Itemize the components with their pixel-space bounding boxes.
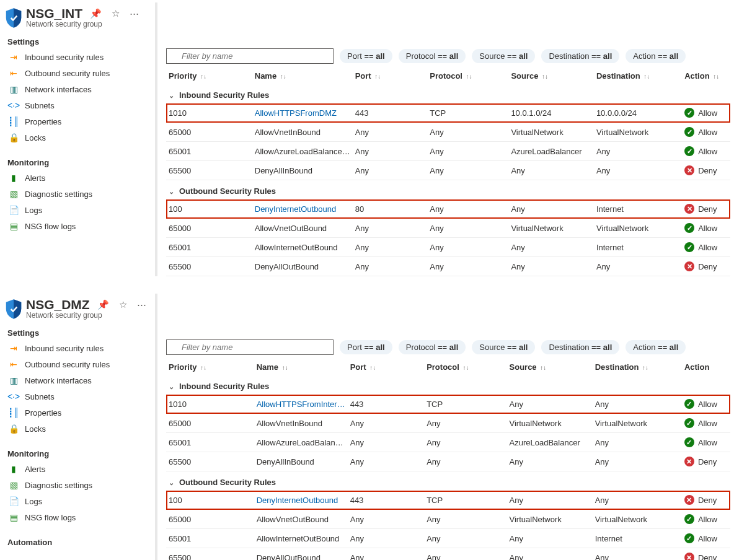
table-row[interactable]: 65500 DenyAllOutBound Any Any Any Any ✕D… — [166, 257, 730, 276]
page-subtitle: Network security group — [26, 311, 149, 320]
sidebar-item-flow[interactable]: ▤NSG flow logs — [4, 218, 153, 234]
table-row[interactable]: 1010 AllowHTTPSFromInter… 443 TCP Any An… — [166, 395, 730, 414]
sidebar-item-logs[interactable]: 📄Logs — [4, 493, 153, 509]
sidebar-item-flow[interactable]: ▤NSG flow logs — [4, 509, 153, 525]
search-input[interactable] — [166, 339, 334, 355]
filter-pill-act[interactable]: Action == all — [626, 49, 686, 63]
star-icon[interactable]: ☆ — [109, 7, 122, 20]
col-port[interactable]: Port ↑↓ — [348, 357, 424, 375]
table-row[interactable]: 65000 AllowVnetInBound Any Any VirtualNe… — [166, 123, 730, 142]
sidebar-item-outbound[interactable]: ⇤Outbound security rules — [4, 65, 153, 81]
col-action[interactable]: Action ↑↓ — [682, 66, 730, 84]
cell-port: 443 — [348, 491, 424, 510]
sidebar-item-outbound[interactable]: ⇤Outbound security rules — [4, 356, 153, 372]
chevron-down-icon: ⌄ — [169, 92, 174, 100]
filter-pill-port[interactable]: Port == all — [340, 49, 392, 63]
table-row[interactable]: 65001 AllowAzureLoadBalance… Any Any Azu… — [166, 142, 730, 161]
group-row[interactable]: ⌄Outbound Security Rules — [166, 471, 730, 491]
sidebar-item-properties[interactable]: ┋║Properties — [4, 113, 153, 129]
more-icon[interactable]: ⋯ — [127, 7, 141, 20]
sidebar-item-nic[interactable]: ▥Network interfaces — [4, 81, 153, 97]
group-row[interactable]: ⌄Outbound Security Rules — [166, 180, 730, 200]
nsg-panel: NSG_DMZ 📌 ☆ ⋯ Network security group Set… — [4, 294, 730, 560]
star-icon[interactable]: ☆ — [117, 298, 130, 312]
col-name[interactable]: Name ↑↓ — [254, 357, 348, 375]
col-priority[interactable]: Priority ↑↓ — [166, 66, 252, 84]
cell-protocol: Any — [424, 529, 506, 548]
filter-pill-dest[interactable]: Destination == all — [541, 49, 619, 63]
nav-icon: ▮ — [9, 464, 19, 474]
sort-icon: ↑↓ — [373, 73, 381, 80]
allow-icon: ✓ — [684, 418, 694, 428]
nav-icon: ▥ — [9, 375, 19, 385]
filter-pill-proto[interactable]: Protocol == all — [399, 340, 466, 354]
col-destination[interactable]: Destination ↑↓ — [593, 357, 682, 375]
table-row[interactable]: 65500 DenyAllInBound Any Any Any Any ✕De… — [166, 452, 730, 471]
sidebar-item-inbound[interactable]: ⇥Inbound security rules — [4, 340, 153, 356]
sidebar-item-diag[interactable]: ▧Diagnostic settings — [4, 186, 153, 202]
cell-priority: 65500 — [166, 161, 252, 180]
section-settings: Settings — [4, 31, 153, 49]
cell-name: AllowVnetOutBound — [252, 219, 353, 238]
sidebar-item-logs[interactable]: 📄Logs — [4, 202, 153, 218]
filter-pill-dest[interactable]: Destination == all — [541, 340, 619, 354]
pin-icon[interactable]: 📌 — [95, 298, 112, 312]
col-port[interactable]: Port ↑↓ — [353, 66, 428, 84]
nav-icon: ▤ — [9, 221, 19, 231]
col-action[interactable]: Action — [682, 357, 730, 375]
table-row[interactable]: 1010 AllowHTTPSFromDMZ 443 TCP 10.0.1.0/… — [166, 103, 730, 123]
pin-icon[interactable]: 📌 — [87, 7, 104, 20]
nav-icon: ▧ — [9, 189, 19, 199]
col-source[interactable]: Source ↑↓ — [508, 66, 594, 84]
table-row[interactable]: 100 DenyInternetOutbound 80 Any Any Inte… — [166, 199, 730, 219]
table-row[interactable]: 100 DenyInternetOutbound 443 TCP Any Any… — [166, 491, 730, 510]
sidebar-item-diag[interactable]: ▧Diagnostic settings — [4, 477, 153, 493]
sidebar-item-nic[interactable]: ▥Network interfaces — [4, 372, 153, 388]
col-name[interactable]: Name ↑↓ — [252, 66, 353, 84]
filter-pill-port[interactable]: Port == all — [340, 340, 392, 354]
rule-link[interactable]: DenyInternetOutbound — [255, 204, 337, 214]
col-source[interactable]: Source ↑↓ — [507, 357, 593, 375]
table-row[interactable]: 65001 AllowAzureLoadBalan… Any Any Azure… — [166, 433, 730, 452]
cell-source: 10.0.1.0/24 — [508, 103, 594, 123]
sidebar-item-subnets[interactable]: <·>Subnets — [4, 388, 153, 405]
group-row[interactable]: ⌄Inbound Security Rules — [166, 375, 730, 395]
rule-link[interactable]: AllowHTTPSFromDMZ — [255, 108, 337, 118]
table-row[interactable]: 65000 AllowVnetOutBound Any Any VirtualN… — [166, 219, 730, 238]
rule-link[interactable]: DenyInternetOutbound — [257, 496, 338, 505]
table-row[interactable]: 65000 AllowVnetOutBound Any Any VirtualN… — [166, 510, 730, 529]
table-row[interactable]: 65500 DenyAllInBound Any Any Any Any ✕De… — [166, 161, 730, 180]
nav-icon: 🔒 — [9, 133, 19, 142]
cell-source: VirtualNetwork — [507, 414, 593, 433]
table-row[interactable]: 65001 AllowInternetOutBound Any Any Any … — [166, 529, 730, 548]
filter-pill-act[interactable]: Action == all — [626, 340, 686, 354]
more-icon[interactable]: ⋯ — [135, 298, 149, 312]
nav-label: Alerts — [25, 173, 45, 183]
sidebar-item-properties[interactable]: ┋║Properties — [4, 405, 153, 421]
cell-name: AllowInternetOutBound — [252, 238, 353, 257]
table-row[interactable]: 65000 AllowVnetInBound Any Any VirtualNe… — [166, 414, 730, 433]
sidebar-item-alerts[interactable]: ▮Alerts — [4, 170, 153, 186]
table-row[interactable]: 65500 DenyAllOutBound Any Any Any Any ✕D… — [166, 548, 730, 561]
rule-link[interactable]: AllowHTTPSFromInter… — [257, 400, 345, 409]
col-priority[interactable]: Priority ↑↓ — [166, 357, 254, 375]
filter-pill-proto[interactable]: Protocol == all — [399, 49, 466, 63]
nav-label: Outbound security rules — [25, 360, 110, 369]
sidebar-item-alerts[interactable]: ▮Alerts — [4, 461, 153, 477]
search-input[interactable] — [166, 48, 334, 64]
col-protocol[interactable]: Protocol ↑↓ — [427, 66, 508, 84]
allow-icon: ✓ — [684, 437, 694, 447]
col-destination[interactable]: Destination ↑↓ — [594, 66, 682, 84]
group-row[interactable]: ⌄Inbound Security Rules — [166, 84, 730, 103]
sidebar-item-subnets[interactable]: <·>Subnets — [4, 97, 153, 113]
cell-destination: Internet — [593, 529, 682, 548]
sidebar-item-locks[interactable]: 🔒Locks — [4, 421, 153, 437]
table-row[interactable]: 65001 AllowInternetOutBound Any Any Any … — [166, 238, 730, 257]
col-protocol[interactable]: Protocol ↑↓ — [424, 357, 506, 375]
filter-pill-src[interactable]: Source == all — [472, 340, 535, 354]
filter-pill-src[interactable]: Source == all — [472, 49, 535, 63]
cell-destination: Any — [593, 491, 682, 510]
cell-port: 443 — [353, 103, 428, 123]
sidebar-item-locks[interactable]: 🔒Locks — [4, 129, 153, 146]
sidebar-item-inbound[interactable]: ⇥Inbound security rules — [4, 49, 153, 65]
